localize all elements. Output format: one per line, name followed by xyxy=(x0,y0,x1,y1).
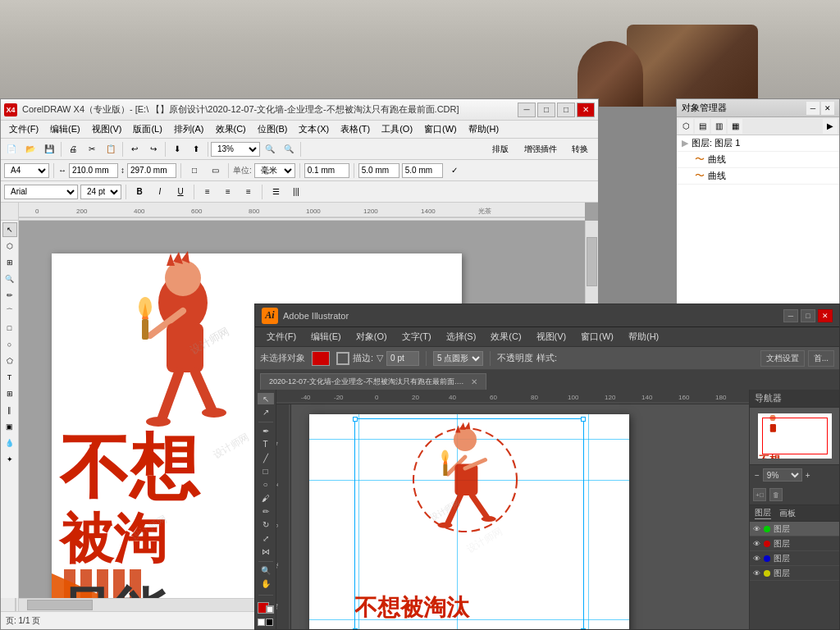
tb-print[interactable]: 🖨 xyxy=(64,140,82,158)
ai-layer-new[interactable]: +□ xyxy=(753,488,766,501)
tool-zoom[interactable]: 🔍 xyxy=(2,272,17,286)
apply-btn[interactable]: ✓ xyxy=(445,162,463,180)
menu-window[interactable]: 窗口(W) xyxy=(419,121,462,137)
bleed-v-input[interactable] xyxy=(402,163,443,178)
panel-close[interactable]: ✕ xyxy=(821,102,834,115)
tb-zoomout[interactable]: 🔍 xyxy=(280,140,298,158)
ai-navigator-preview[interactable]: 不想 xyxy=(750,408,839,465)
ai-layer-row-4[interactable]: 👁 图层 xyxy=(750,566,839,581)
ai-menu-object[interactable]: 对象(O) xyxy=(349,329,394,345)
ai-tab-close[interactable]: ✕ xyxy=(471,377,477,386)
ai-layers-tab[interactable]: 图层 xyxy=(755,507,771,519)
tool-ellipse[interactable]: ○ xyxy=(2,337,17,352)
ai-artboards-tab[interactable]: 画板 xyxy=(779,508,796,519)
maximize-button[interactable]: □ xyxy=(557,103,575,117)
minimize-button[interactable]: ─ xyxy=(518,103,536,117)
columns-btn[interactable]: ||| xyxy=(287,183,305,201)
panel-tb2[interactable]: ▤ xyxy=(695,119,710,134)
menu-view[interactable]: 视图(V) xyxy=(87,121,127,137)
italic-btn[interactable]: I xyxy=(151,183,169,201)
close-button[interactable]: ✕ xyxy=(577,103,595,117)
ai-zoom-select[interactable]: 9% 25% 50% 100% xyxy=(763,468,802,482)
panel-minimize[interactable]: ─ xyxy=(806,102,819,115)
fontsize-select[interactable]: 24 pt xyxy=(80,185,121,199)
ai-tool-scale[interactable]: ⤢ xyxy=(258,532,274,544)
ai-doc-settings-btn[interactable]: 文档设置 xyxy=(760,350,805,367)
menu-file[interactable]: 文件(F) xyxy=(4,121,43,137)
tool-shape[interactable]: ⬡ xyxy=(2,239,17,253)
cdr-scroll-thumb-h[interactable] xyxy=(27,600,93,610)
tb-zoomin[interactable]: 🔍 xyxy=(261,140,279,158)
tool-text[interactable]: T xyxy=(2,370,17,385)
ai-none-btn[interactable] xyxy=(258,619,265,626)
page-size-select[interactable]: A4 xyxy=(4,163,49,178)
ai-first-btn[interactable]: 首... xyxy=(808,350,834,367)
ai-close[interactable]: ✕ xyxy=(818,309,833,322)
ai-menu-edit[interactable]: 编辑(E) xyxy=(304,329,348,345)
tool-fill[interactable]: ▣ xyxy=(2,419,17,434)
ai-stroke-input[interactable] xyxy=(386,351,419,366)
ai-stroke-color[interactable] xyxy=(336,352,349,365)
ai-menu-effects[interactable]: 效果(C) xyxy=(484,329,527,345)
menu-layout[interactable]: 版面(L) xyxy=(128,121,167,137)
ai-shape-select[interactable]: 5 点圆形 xyxy=(433,351,483,366)
curve-row-1[interactable]: 〜 曲线 xyxy=(677,152,839,168)
ai-tool-rect[interactable]: □ xyxy=(258,465,274,477)
ai-doc-tab[interactable]: 2020-12-07-文化墙-企业理念-不想被淘汰只有跑在最前面.ai @ 9%… xyxy=(260,373,486,390)
tool-polygon[interactable]: ⬠ xyxy=(2,354,17,368)
tool-parallel[interactable]: ∥ xyxy=(2,403,17,418)
ai-canvas[interactable]: -40 -20 0 20 40 60 80 100 120 140 160 18… xyxy=(276,390,749,629)
tb-cut[interactable]: ✂ xyxy=(83,140,101,158)
nudge-input[interactable] xyxy=(304,163,349,178)
tb-layout[interactable]: 排版 xyxy=(484,140,517,158)
panel-expand[interactable]: ▶ xyxy=(823,119,838,134)
list-btn[interactable]: ☰ xyxy=(267,183,285,201)
ai-tool-hand[interactable]: ✋ xyxy=(258,578,274,590)
ai-tool-brush[interactable]: 🖌 xyxy=(258,492,274,504)
tb-enhance[interactable]: 增强插件 xyxy=(518,140,563,158)
tb-new[interactable]: 📄 xyxy=(2,140,21,158)
tool-smart-draw[interactable]: ⌒ xyxy=(2,304,17,319)
underline-btn[interactable]: U xyxy=(171,183,189,201)
ai-tool-rotate[interactable]: ↻ xyxy=(258,519,274,531)
bleed-h-input[interactable] xyxy=(358,163,399,178)
ai-none-btn2[interactable] xyxy=(266,619,273,626)
tool-interactive[interactable]: ✦ xyxy=(2,452,17,467)
ai-maximize[interactable]: □ xyxy=(801,309,815,322)
menu-bitmap[interactable]: 位图(B) xyxy=(253,121,293,137)
ai-tool-pencil[interactable]: ✏ xyxy=(258,505,274,517)
menu-help[interactable]: 帮助(H) xyxy=(463,121,504,137)
menu-arrange[interactable]: 排列(A) xyxy=(169,121,209,137)
tb-import[interactable]: ⬇ xyxy=(168,140,186,158)
ai-zoom-plus[interactable]: + xyxy=(806,471,810,480)
tb-export[interactable]: ⬆ xyxy=(187,140,205,158)
ai-layer-row-2[interactable]: 👁 图层 xyxy=(750,536,839,551)
ai-menu-text[interactable]: 文字(T) xyxy=(395,329,438,345)
zoom-select[interactable]: 13% 25% 50% 100% xyxy=(211,142,260,157)
menu-tools[interactable]: 工具(O) xyxy=(377,121,418,137)
align-center-btn[interactable]: ≡ xyxy=(219,183,237,201)
menu-table[interactable]: 表格(T) xyxy=(336,121,375,137)
tb-redo[interactable]: ↪ xyxy=(144,140,162,158)
tb-copy[interactable]: 📋 xyxy=(102,140,120,158)
ai-menu-window[interactable]: 窗口(W) xyxy=(574,329,620,345)
tb-save[interactable]: 💾 xyxy=(40,140,58,158)
align-right-btn[interactable]: ≡ xyxy=(240,183,258,201)
ai-fill-color[interactable] xyxy=(312,351,330,366)
ai-menu-view[interactable]: 视图(V) xyxy=(530,329,573,345)
width-input[interactable] xyxy=(69,163,118,178)
ai-tool-pen[interactable]: ✒ xyxy=(258,425,274,436)
ai-tool-direct-select[interactable]: ↗ xyxy=(258,406,274,418)
ai-tool-zoom[interactable]: 🔍 xyxy=(258,564,274,576)
menu-edit[interactable]: 编辑(E) xyxy=(45,121,85,137)
portrait-btn[interactable]: □ xyxy=(185,162,203,180)
ai-tool-blend[interactable]: ⋈ xyxy=(258,546,274,557)
ai-tool-select[interactable]: ↖ xyxy=(258,393,274,404)
panel-tb4[interactable]: ▦ xyxy=(728,119,742,134)
tb-open[interactable]: 📂 xyxy=(21,140,39,158)
ai-layer-row-3[interactable]: 👁 图层 xyxy=(750,551,839,566)
panel-tb3[interactable]: ▥ xyxy=(711,119,726,134)
panel-tb1[interactable]: ⬡ xyxy=(678,119,693,134)
tb-convert[interactable]: 转换 xyxy=(564,140,596,158)
ai-menu-help[interactable]: 帮助(H) xyxy=(622,329,665,345)
